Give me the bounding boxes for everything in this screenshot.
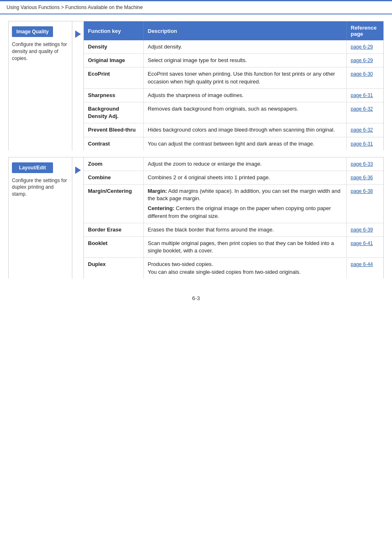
- tab-label-layout-edit: Layout/Edit: [12, 162, 53, 173]
- link-sharpness[interactable]: page 6-31: [351, 92, 373, 98]
- table-row: Duplex Produces two-sided copies. You ca…: [84, 258, 383, 279]
- cell-prevent-bleed-ref: page 6-32: [346, 123, 383, 137]
- table-row: Prevent Bleed-thru Hides background colo…: [84, 123, 383, 137]
- cell-zoom-desc: Adjust the zoom to reduce or enlarge the…: [143, 157, 346, 171]
- table-row: Contrast You can adjust the contrast bet…: [84, 137, 383, 150]
- link-background-density[interactable]: page 6-32: [351, 106, 373, 112]
- link-combine[interactable]: page 6-36: [351, 175, 373, 180]
- table-row: Booklet Scan multiple original pages, th…: [84, 237, 383, 258]
- duplex-desc-line1: Produces two-sided copies.: [148, 261, 342, 268]
- table-area-image-quality: Function key Description Referencepage D…: [84, 21, 383, 150]
- cell-duplex-key: Duplex: [84, 258, 143, 279]
- cell-margin-centering-desc: Margin: Add margins (white space). In ad…: [143, 185, 346, 223]
- link-booklet[interactable]: page 6-41: [351, 240, 373, 246]
- link-ecoprint[interactable]: page 6-30: [351, 71, 373, 77]
- cell-background-density-desc: Removes dark background from originals, …: [143, 102, 346, 123]
- cell-sharpness-key: Sharpness: [84, 88, 143, 102]
- table-row: EcoPrint EcoPrint saves toner when print…: [84, 67, 383, 88]
- cell-duplex-desc: Produces two-sided copies. You can also …: [143, 258, 346, 279]
- cell-density-desc: Adjust density.: [143, 40, 346, 54]
- tab-panel-image-quality: Image Quality Configure the settings for…: [9, 21, 72, 150]
- tab-label-image-quality: Image Quality: [12, 26, 53, 37]
- th-function-key: Function key: [84, 21, 143, 40]
- table-area-layout-edit: Zoom Adjust the zoom to reduce or enlarg…: [84, 157, 383, 279]
- cell-combine-key: Combine: [84, 171, 143, 184]
- link-duplex[interactable]: page 6-44: [351, 261, 373, 267]
- arrow-image-quality: [72, 21, 84, 150]
- cell-background-density-key: BackgroundDensity Adj.: [84, 102, 143, 123]
- cell-ecoprint-ref: page 6-30: [346, 67, 383, 88]
- table-row: Sharpness Adjusts the sharpness of image…: [84, 88, 383, 102]
- cell-booklet-key: Booklet: [84, 237, 143, 258]
- table-row: BackgroundDensity Adj. Removes dark back…: [84, 102, 383, 123]
- duplex-desc-line2: You can also create single-sided copies …: [148, 268, 342, 276]
- th-description: Description: [143, 21, 346, 40]
- tab-desc-image-quality: Configure the settings for density and q…: [12, 41, 69, 62]
- link-prevent-bleed[interactable]: page 6-32: [351, 127, 373, 133]
- cell-density-ref: page 6-29: [346, 40, 383, 54]
- cell-booklet-ref: page 6-41: [346, 237, 383, 258]
- cell-original-image-key: Original Image: [84, 54, 143, 67]
- link-border-erase[interactable]: page 6-39: [351, 227, 373, 233]
- cell-combine-ref: page 6-36: [346, 171, 383, 184]
- cell-zoom-ref: page 6-33: [346, 157, 383, 171]
- cell-sharpness-desc: Adjusts the sharpness of image outlines.: [143, 88, 346, 102]
- cell-combine-desc: Combines 2 or 4 original sheets into 1 p…: [143, 171, 346, 184]
- cell-border-erase-key: Border Erase: [84, 223, 143, 236]
- link-original-image[interactable]: page 6-29: [351, 58, 373, 63]
- table-row: Original Image Select original image typ…: [84, 54, 383, 67]
- cell-margin-centering-key: Margin/Centering: [84, 185, 143, 223]
- cell-border-erase-ref: page 6-39: [346, 223, 383, 236]
- section-image-quality: Image Quality Configure the settings for…: [8, 21, 384, 150]
- table-layout-edit: Zoom Adjust the zoom to reduce or enlarg…: [84, 157, 383, 279]
- cell-original-image-desc: Select original image type for best resu…: [143, 54, 346, 67]
- section-layout-edit: Layout/Edit Configure the settings for d…: [8, 157, 384, 279]
- cell-duplex-ref: page 6-44: [346, 258, 383, 279]
- arrow-icon-image-quality: [75, 30, 81, 38]
- link-density[interactable]: page 6-29: [351, 44, 373, 50]
- link-zoom[interactable]: page 6-33: [351, 161, 373, 167]
- th-reference: Referencepage: [346, 21, 383, 40]
- cell-sharpness-ref: page 6-31: [346, 88, 383, 102]
- main-content: Image Quality Configure the settings for…: [0, 14, 392, 308]
- table-row: Combine Combines 2 or 4 original sheets …: [84, 171, 383, 184]
- cell-original-image-ref: page 6-29: [346, 54, 383, 67]
- cell-contrast-ref: page 6-31: [346, 137, 383, 150]
- cell-density-key: Density: [84, 40, 143, 54]
- cell-contrast-desc: You can adjust the contrast between ligh…: [143, 137, 346, 150]
- cell-prevent-bleed-key: Prevent Bleed-thru: [84, 123, 143, 137]
- tab-desc-layout-edit: Configure the settings for duplex printi…: [12, 177, 69, 198]
- page-number: 6-3: [8, 295, 384, 301]
- tab-panel-layout-edit: Layout/Edit Configure the settings for d…: [9, 157, 72, 279]
- cell-zoom-key: Zoom: [84, 157, 143, 171]
- link-contrast[interactable]: page 6-31: [351, 141, 373, 147]
- table-row: Border Erase Erases the black border tha…: [84, 223, 383, 236]
- table-header-row: Function key Description Referencepage: [84, 21, 383, 40]
- cell-ecoprint-desc: EcoPrint saves toner when printing. Use …: [143, 67, 346, 88]
- margin-desc-margin: Margin: Add margins (white space). In ad…: [148, 187, 342, 202]
- table-row: Density Adjust density. page 6-29: [84, 40, 383, 54]
- cell-margin-centering-ref: page 6-38: [346, 185, 383, 223]
- arrow-layout-edit: [72, 157, 84, 279]
- table-row: Zoom Adjust the zoom to reduce or enlarg…: [84, 157, 383, 171]
- cell-border-erase-desc: Erases the black border that forms aroun…: [143, 223, 346, 236]
- margin-desc-centering: Centering: Centers the original image on…: [148, 205, 342, 220]
- cell-prevent-bleed-desc: Hides background colors and image bleed-…: [143, 123, 346, 137]
- cell-ecoprint-key: EcoPrint: [84, 67, 143, 88]
- cell-background-density-ref: page 6-32: [346, 102, 383, 123]
- arrow-icon-layout-edit: [75, 166, 81, 174]
- table-image-quality: Function key Description Referencepage D…: [84, 21, 383, 150]
- cell-booklet-desc: Scan multiple original pages, then print…: [143, 237, 346, 258]
- link-margin-centering[interactable]: page 6-38: [351, 188, 373, 194]
- table-row: Margin/Centering Margin: Add margins (wh…: [84, 185, 383, 223]
- breadcrumb: Using Various Functions > Functions Avai…: [0, 0, 392, 14]
- cell-contrast-key: Contrast: [84, 137, 143, 150]
